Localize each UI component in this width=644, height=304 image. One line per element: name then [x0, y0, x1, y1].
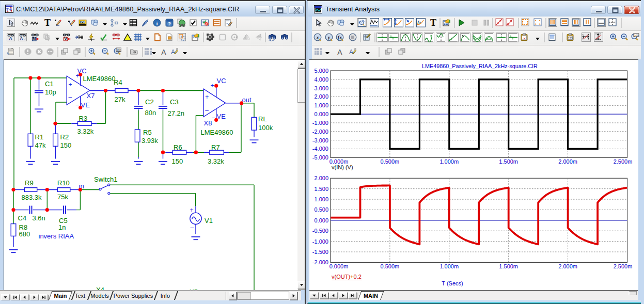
svg-text:1.000: 1.000	[314, 102, 328, 108]
svg-text:LME49860: LME49860	[201, 129, 233, 136]
svg-text:27.2n: 27.2n	[168, 109, 185, 117]
svg-text:-5.000: -5.000	[312, 154, 328, 161]
svg-text:R1: R1	[35, 133, 44, 141]
svg-text:-1.000: -1.000	[312, 238, 328, 245]
svg-text:75k: 75k	[57, 193, 68, 201]
svg-text:1.000m: 1.000m	[439, 263, 459, 269]
svg-text:X7: X7	[87, 92, 95, 100]
svg-text:Switch1: Switch1	[94, 175, 118, 183]
svg-text:out: out	[242, 96, 252, 104]
svg-text:+: +	[211, 82, 214, 89]
svg-text:T: T	[430, 19, 436, 27]
svg-text:A: A	[9, 36, 12, 41]
svg-text:–: –	[191, 224, 194, 231]
svg-text:A: A	[349, 49, 353, 56]
svg-text:X8: X8	[204, 119, 212, 127]
svg-text:-2.000: -2.000	[312, 129, 328, 135]
svg-text:2.000: 2.000	[314, 175, 328, 181]
svg-text:0.500: 0.500	[314, 206, 328, 213]
svg-text:2.000: 2.000	[314, 93, 328, 100]
svg-text:y: y	[327, 35, 331, 40]
svg-text:1.500m: 1.500m	[499, 158, 518, 165]
svg-text:V1: V1	[205, 217, 213, 225]
svg-text:RL: RL	[258, 115, 267, 123]
svg-text:-1.500: -1.500	[312, 249, 328, 255]
svg-text:1n: 1n	[58, 223, 66, 231]
svg-text:80n: 80n	[145, 109, 156, 117]
svg-text:-2.000: -2.000	[312, 259, 328, 265]
svg-text:5.000: 5.000	[314, 68, 328, 74]
svg-text:N: N	[33, 36, 36, 41]
svg-text:R3: R3	[79, 115, 88, 122]
svg-text:2.000m: 2.000m	[558, 158, 577, 165]
svg-text:-0.500: -0.500	[312, 228, 328, 234]
svg-text:883.3k: 883.3k	[22, 194, 42, 201]
svg-text:2.000m: 2.000m	[558, 263, 577, 269]
svg-text:R7: R7	[211, 143, 220, 151]
svg-text:A: A	[161, 48, 166, 56]
svg-text:0.500m: 0.500m	[381, 158, 400, 165]
svg-text:-4.000: -4.000	[312, 146, 328, 152]
svg-text:+: +	[69, 81, 72, 88]
svg-text:T: T	[44, 19, 51, 27]
svg-text:R2: R2	[60, 133, 69, 141]
svg-text:LME49860: LME49860	[83, 75, 116, 83]
svg-text:3.000: 3.000	[314, 85, 328, 91]
svg-text:C2: C2	[145, 98, 154, 106]
svg-text:invers RIAA: invers RIAA	[39, 232, 74, 240]
svg-text:1.500: 1.500	[314, 186, 328, 192]
svg-text:VC: VC	[217, 77, 226, 85]
svg-text:R6: R6	[174, 143, 182, 151]
svg-text:100k: 100k	[258, 124, 273, 132]
svg-text:T (Secs): T (Secs)	[442, 280, 463, 286]
svg-text:0.000: 0.000	[314, 217, 328, 223]
svg-text:100: 100	[116, 49, 121, 52]
svg-text:3.32k: 3.32k	[208, 157, 224, 165]
svg-text:0.500m: 0.500m	[381, 263, 400, 269]
svg-text:A: A	[337, 48, 342, 56]
svg-text:C4: C4	[18, 214, 27, 222]
svg-text:A: A	[171, 49, 175, 56]
svg-text:–: –	[205, 107, 209, 114]
svg-text:0.000m: 0.000m	[329, 263, 349, 269]
svg-text:1.500m: 1.500m	[499, 263, 518, 269]
svg-text:–: –	[69, 93, 72, 101]
svg-text:100: 100	[634, 34, 638, 37]
svg-text:150: 150	[172, 157, 183, 165]
svg-text:v(IN) (V): v(IN) (V)	[332, 164, 353, 170]
svg-text:2.500m: 2.500m	[614, 158, 633, 165]
svg-text:4.000: 4.000	[314, 76, 328, 83]
svg-text:3.93k: 3.93k	[142, 137, 158, 145]
svg-text:47k: 47k	[35, 141, 46, 149]
svg-text:3.32k: 3.32k	[77, 127, 94, 135]
svg-text:+: +	[205, 93, 209, 101]
svg-text:C1: C1	[45, 80, 54, 88]
svg-text:27k: 27k	[115, 95, 125, 103]
svg-text:X4: X4	[96, 286, 104, 291]
svg-text:LME49860_Passively_RIAA_2kHz-s: LME49860_Passively_RIAA_2kHz-square.CIR	[422, 63, 538, 69]
svg-text:680: 680	[19, 230, 30, 238]
svg-text:123: 123	[568, 37, 572, 40]
svg-text:C3: C3	[170, 98, 179, 106]
svg-text:+: +	[190, 206, 194, 214]
svg-text:1.000m: 1.000m	[439, 158, 459, 165]
svg-text:A: A	[20, 36, 23, 41]
svg-text:R9: R9	[25, 179, 34, 187]
svg-text:0.000: 0.000	[314, 111, 328, 117]
svg-text:fx: fx	[338, 35, 342, 40]
svg-text:R10: R10	[57, 179, 70, 187]
svg-text:i: i	[156, 20, 158, 26]
svg-text:-1.000: -1.000	[312, 120, 328, 126]
svg-text:1.000: 1.000	[314, 196, 328, 202]
svg-text:2.500m: 2.500m	[614, 263, 633, 269]
svg-text:3.6n: 3.6n	[33, 214, 45, 222]
svg-text:-3.000: -3.000	[312, 137, 328, 143]
svg-text:R5: R5	[143, 129, 152, 136]
svg-text:V: V	[64, 36, 67, 41]
svg-text:VE: VE	[217, 113, 226, 120]
svg-text:150: 150	[60, 141, 72, 149]
svg-text:10p: 10p	[45, 88, 56, 96]
svg-text:x: x	[316, 35, 319, 40]
svg-text:?: ?	[168, 21, 171, 26]
svg-text:v(OUT)+0.2: v(OUT)+0.2	[332, 274, 362, 280]
